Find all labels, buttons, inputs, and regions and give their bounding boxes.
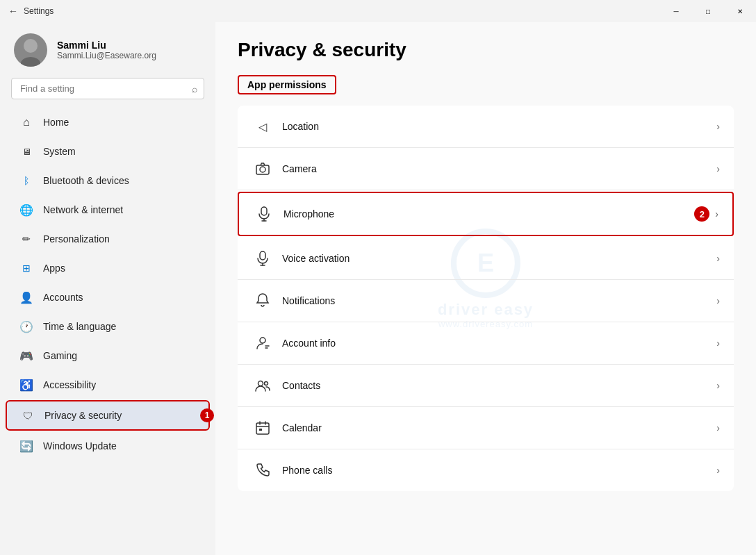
permission-microphone[interactable]: Microphone 2 › [238, 192, 734, 236]
sidebar-item-label: Accounts [43, 292, 83, 303]
search-box: ⌕ [11, 78, 204, 99]
location-icon: ◁ [252, 115, 274, 138]
permission-notifications-label: Notifications [282, 295, 716, 306]
sidebar-item-bluetooth[interactable]: ᛒ Bluetooth & devices [6, 167, 210, 194]
permission-location[interactable]: ◁ Location › [238, 106, 734, 148]
permission-contacts[interactable]: Contacts › [238, 365, 734, 407]
user-info: Sammi Liu Sammi.Liu@Easeware.org [57, 40, 156, 60]
time-icon: 🕐 [19, 320, 33, 333]
svg-point-12 [265, 382, 268, 386]
privacy-badge: 1 [200, 408, 214, 422]
svg-rect-2 [261, 207, 267, 215]
permission-phone-calls[interactable]: Phone calls › [238, 449, 734, 491]
phone-chevron: › [716, 465, 720, 476]
sidebar-item-home[interactable]: ⌂ Home [6, 108, 210, 136]
camera-icon [252, 158, 274, 180]
permission-camera-label: Camera [282, 163, 716, 174]
sidebar-item-label: Bluetooth & devices [43, 175, 129, 186]
home-icon: ⌂ [19, 115, 33, 129]
search-icon: ⌕ [192, 83, 197, 94]
sidebar-item-label: Privacy & security [44, 410, 122, 421]
system-icon: 🖥 [19, 144, 33, 158]
contacts-icon [252, 374, 274, 397]
notifications-chevron: › [716, 295, 720, 306]
svg-rect-17 [259, 429, 262, 431]
sidebar-item-time[interactable]: 🕐 Time & language [6, 313, 210, 340]
svg-point-8 [260, 338, 265, 343]
main-content: E driver easy www.drivereasy.com Privacy… [215, 22, 756, 555]
update-icon: 🔄 [19, 439, 33, 453]
sidebar-item-network[interactable]: 🌐 Network & internet [6, 196, 210, 224]
sidebar-item-gaming[interactable]: 🎮 Gaming [6, 342, 210, 370]
sidebar-item-label: Accessibility [43, 379, 96, 390]
mic-chevron: › [715, 208, 718, 219]
sidebar-item-personalization[interactable]: ✏ Personalization [6, 225, 210, 253]
avatar-head [24, 39, 38, 53]
network-icon: 🌐 [19, 203, 33, 217]
permission-contacts-label: Contacts [282, 380, 716, 391]
avatar [14, 33, 47, 67]
sidebar: Sammi Liu Sammi.Liu@Easeware.org ⌕ ⌂ Hom… [0, 22, 215, 555]
sidebar-item-update[interactable]: 🔄 Windows Update [6, 432, 210, 460]
user-name: Sammi Liu [57, 40, 156, 51]
gaming-icon: 🎮 [19, 349, 33, 363]
search-input[interactable] [11, 78, 204, 99]
svg-point-11 [258, 381, 263, 386]
bluetooth-icon: ᛒ [19, 174, 33, 188]
phone-icon [252, 459, 274, 481]
maximize-button[interactable]: □ [692, 0, 724, 22]
svg-point-1 [260, 167, 265, 172]
microphone-icon [253, 203, 275, 225]
permission-account-info[interactable]: Account info › [238, 322, 734, 365]
location-chevron: › [716, 121, 720, 132]
permission-voice[interactable]: Voice activation › [238, 238, 734, 280]
permission-notifications[interactable]: Notifications › [238, 280, 734, 322]
accounts-icon: 👤 [19, 290, 33, 304]
sidebar-item-apps[interactable]: ⊞ Apps [6, 254, 210, 282]
mic-badge: 2 [694, 206, 709, 222]
accessibility-icon: ♿ [19, 378, 33, 392]
sidebar-item-label: Gaming [43, 350, 77, 361]
notifications-icon [252, 290, 274, 312]
account-info-icon [252, 332, 274, 354]
contacts-chevron: › [716, 380, 720, 391]
minimize-button[interactable]: ─ [660, 0, 692, 22]
user-email: Sammi.Liu@Easeware.org [57, 51, 156, 60]
permission-voice-label: Voice activation [282, 253, 716, 264]
sidebar-item-accounts[interactable]: 👤 Accounts [6, 283, 210, 311]
sidebar-item-label: Personalization [43, 233, 110, 245]
back-button[interactable]: ← [8, 6, 18, 17]
permission-calendar[interactable]: Calendar › [238, 407, 734, 449]
titlebar-title: Settings [24, 6, 54, 16]
sidebar-item-privacy[interactable]: 🛡 Privacy & security 1 [6, 400, 210, 431]
svg-rect-5 [260, 251, 265, 260]
permission-calendar-label: Calendar [282, 422, 716, 433]
voice-icon [252, 247, 274, 270]
apps-icon: ⊞ [19, 261, 33, 275]
svg-rect-13 [256, 423, 269, 434]
app-container: Sammi Liu Sammi.Liu@Easeware.org ⌕ ⌂ Hom… [0, 22, 756, 555]
permission-phone-label: Phone calls [282, 465, 716, 476]
sidebar-item-label: Time & language [43, 321, 116, 332]
user-profile: Sammi Liu Sammi.Liu@Easeware.org [0, 22, 215, 78]
app-permissions-label: App permissions [238, 75, 336, 94]
account-info-chevron: › [716, 338, 720, 349]
sidebar-item-system[interactable]: 🖥 System [6, 138, 210, 165]
window-controls: ─ □ ✕ [660, 0, 756, 22]
sidebar-item-label: Apps [43, 263, 65, 274]
page-title: Privacy & security [238, 39, 734, 61]
titlebar: ← Settings ─ □ ✕ [0, 0, 756, 22]
camera-chevron: › [716, 163, 720, 174]
sidebar-item-label: System [43, 146, 76, 157]
permission-location-label: Location [282, 121, 716, 132]
permission-account-info-label: Account info [282, 338, 716, 349]
permission-microphone-label: Microphone [284, 208, 686, 219]
sidebar-item-label: Home [43, 117, 69, 128]
calendar-icon [252, 417, 274, 439]
sidebar-item-label: Windows Update [43, 440, 117, 452]
avatar-body [21, 57, 40, 67]
voice-chevron: › [716, 253, 720, 264]
close-button[interactable]: ✕ [724, 0, 756, 22]
sidebar-item-accessibility[interactable]: ♿ Accessibility [6, 371, 210, 399]
permission-camera[interactable]: Camera › [238, 148, 734, 190]
